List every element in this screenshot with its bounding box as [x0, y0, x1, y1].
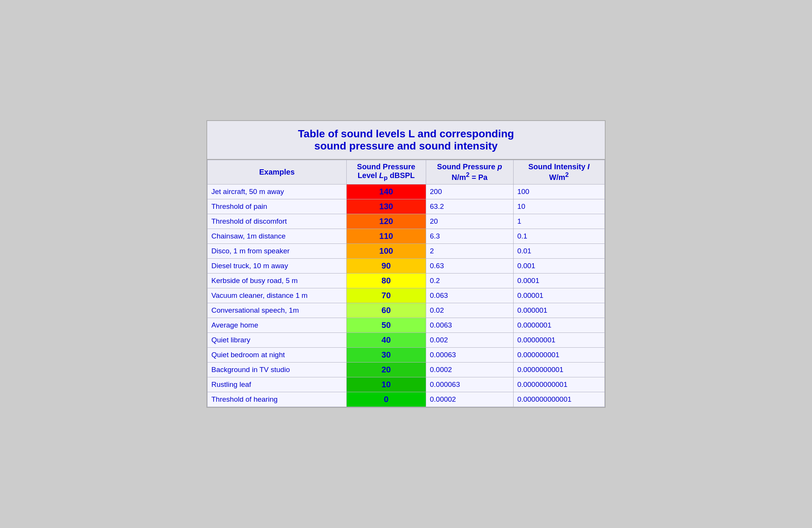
table-row: Diesel truck, 10 m away900.630.001 [208, 259, 605, 274]
cell-example: Background in TV studio [208, 363, 347, 377]
header-sp: Sound Pressure pN/m2 = Pa [426, 160, 513, 184]
table-body: Jet aircraft, 50 m away140200100Threshol… [208, 184, 605, 407]
cell-pressure: 6.3 [426, 229, 513, 244]
table-header-row: Examples Sound PressureLevel Lp dBSPL So… [208, 160, 605, 184]
cell-pressure: 0.0002 [426, 363, 513, 377]
cell-pressure: 0.00063 [426, 348, 513, 363]
cell-example: Conversational speech, 1m [208, 303, 347, 318]
cell-example: Vacuum cleaner, distance 1 m [208, 288, 347, 303]
cell-level: 90 [346, 259, 426, 274]
sound-table-wrapper: Table of sound levels L and correspondin… [206, 120, 606, 408]
cell-pressure: 0.00002 [426, 392, 513, 407]
cell-level: 60 [346, 303, 426, 318]
cell-intensity: 0.00000000001 [513, 377, 604, 392]
cell-pressure: 2 [426, 244, 513, 259]
table-row: Background in TV studio200.00020.0000000… [208, 363, 605, 377]
table-row: Quiet library400.0020.00000001 [208, 333, 605, 348]
cell-pressure: 0.063 [426, 288, 513, 303]
cell-intensity: 0.00001 [513, 288, 604, 303]
cell-intensity: 100 [513, 184, 604, 199]
cell-example: Diesel truck, 10 m away [208, 259, 347, 274]
sound-levels-table: Examples Sound PressureLevel Lp dBSPL So… [207, 160, 605, 407]
cell-level: 40 [346, 333, 426, 348]
cell-pressure: 0.002 [426, 333, 513, 348]
table-row: Jet aircraft, 50 m away140200100 [208, 184, 605, 199]
table-row: Conversational speech, 1m600.020.000001 [208, 303, 605, 318]
cell-level: 80 [346, 274, 426, 288]
cell-intensity: 0.00000001 [513, 333, 604, 348]
cell-example: Average home [208, 318, 347, 333]
cell-level: 110 [346, 229, 426, 244]
title-line2: sound pressure and sound intensity [211, 140, 601, 152]
table-title: Table of sound levels L and correspondin… [207, 121, 605, 160]
cell-example: Quiet bedroom at night [208, 348, 347, 363]
table-row: Kerbside of busy road, 5 m800.20.0001 [208, 274, 605, 288]
cell-pressure: 20 [426, 214, 513, 229]
cell-level: 30 [346, 348, 426, 363]
title-line1: Table of sound levels L and correspondin… [211, 128, 601, 140]
cell-example: Threshold of pain [208, 199, 347, 214]
cell-pressure: 0.0063 [426, 318, 513, 333]
cell-level: 0 [346, 392, 426, 407]
table-row: Vacuum cleaner, distance 1 m700.0630.000… [208, 288, 605, 303]
cell-intensity: 1 [513, 214, 604, 229]
cell-intensity: 0.000000001 [513, 348, 604, 363]
cell-pressure: 0.63 [426, 259, 513, 274]
table-row: Threshold of pain13063.210 [208, 199, 605, 214]
cell-pressure: 0.000063 [426, 377, 513, 392]
cell-level: 20 [346, 363, 426, 377]
cell-example: Quiet library [208, 333, 347, 348]
table-row: Chainsaw, 1m distance1106.30.1 [208, 229, 605, 244]
cell-example: Disco, 1 m from speaker [208, 244, 347, 259]
cell-example: Kerbside of busy road, 5 m [208, 274, 347, 288]
cell-example: Rustling leaf [208, 377, 347, 392]
header-examples: Examples [208, 160, 347, 184]
cell-intensity: 0.001 [513, 259, 604, 274]
header-si: Sound Intensity IW/m2 [513, 160, 604, 184]
cell-intensity: 10 [513, 199, 604, 214]
cell-pressure: 0.2 [426, 274, 513, 288]
cell-level: 70 [346, 288, 426, 303]
header-spl: Sound PressureLevel Lp dBSPL [346, 160, 426, 184]
cell-level: 50 [346, 318, 426, 333]
cell-intensity: 0.000001 [513, 303, 604, 318]
cell-intensity: 0.000000000001 [513, 392, 604, 407]
cell-level: 10 [346, 377, 426, 392]
cell-example: Threshold of discomfort [208, 214, 347, 229]
cell-level: 120 [346, 214, 426, 229]
cell-intensity: 0.0001 [513, 274, 604, 288]
table-row: Threshold of hearing00.000020.0000000000… [208, 392, 605, 407]
cell-intensity: 0.1 [513, 229, 604, 244]
cell-intensity: 0.01 [513, 244, 604, 259]
table-row: Threshold of discomfort120201 [208, 214, 605, 229]
cell-level: 140 [346, 184, 426, 199]
cell-example: Chainsaw, 1m distance [208, 229, 347, 244]
table-row: Rustling leaf100.0000630.00000000001 [208, 377, 605, 392]
cell-pressure: 0.02 [426, 303, 513, 318]
cell-example: Threshold of hearing [208, 392, 347, 407]
cell-intensity: 0.0000000001 [513, 363, 604, 377]
table-row: Disco, 1 m from speaker10020.01 [208, 244, 605, 259]
cell-example: Jet aircraft, 50 m away [208, 184, 347, 199]
cell-level: 100 [346, 244, 426, 259]
cell-pressure: 63.2 [426, 199, 513, 214]
table-row: Quiet bedroom at night300.000630.0000000… [208, 348, 605, 363]
cell-pressure: 200 [426, 184, 513, 199]
cell-level: 130 [346, 199, 426, 214]
table-row: Average home500.00630.0000001 [208, 318, 605, 333]
cell-intensity: 0.0000001 [513, 318, 604, 333]
